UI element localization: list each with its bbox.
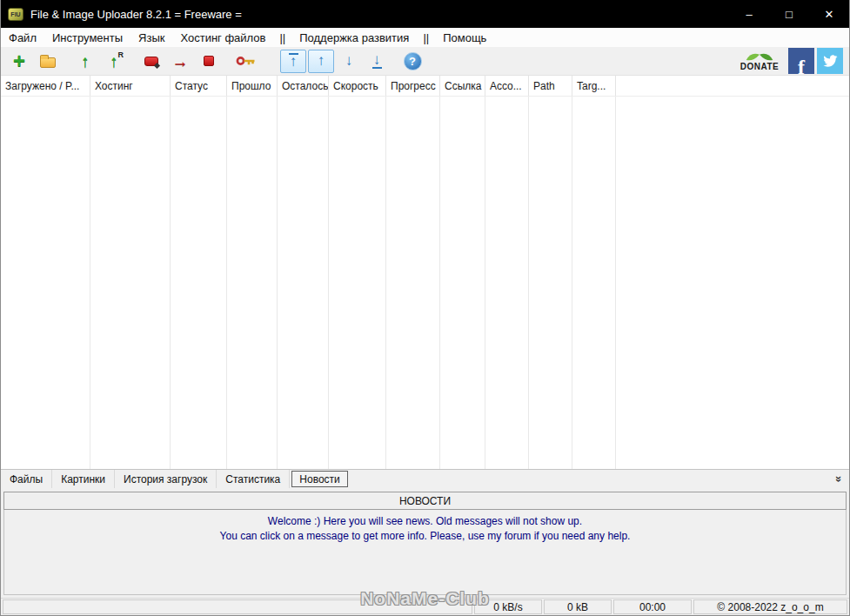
- maximize-button[interactable]: □: [769, 0, 809, 28]
- column-header-status[interactable]: Статус: [171, 76, 227, 96]
- app-window: FIU File & Image Uploader 8.2.1 = Freewa…: [0, 0, 850, 616]
- key-icon: [236, 55, 257, 67]
- status-size: 0 kB: [544, 599, 612, 614]
- watermark: NoNaMe-Club: [360, 588, 490, 609]
- donate-button[interactable]: DONATE: [738, 50, 781, 71]
- menu-file[interactable]: Файл: [1, 28, 44, 47]
- window-controls: – □ ✕: [729, 0, 849, 28]
- red-arrow-icon: →: [172, 53, 189, 70]
- tab-statistics[interactable]: Статистика: [217, 470, 290, 488]
- arrow-to-bottom-icon: ↓: [372, 53, 382, 68]
- arrow-to-top-icon: ↑: [289, 53, 298, 68]
- status-copyright: © 2008-2022 z_o_o_m: [693, 599, 847, 614]
- skip-button[interactable]: →: [168, 50, 192, 73]
- menu-support-development[interactable]: Поддержка развития: [291, 28, 417, 47]
- move-down-button[interactable]: ↓: [336, 50, 362, 73]
- column-header-speed[interactable]: Скорость: [329, 76, 386, 96]
- arrow-down-icon: ↓: [345, 54, 353, 67]
- window-title: File & Image Uploader 8.2.1 = Freeware =: [30, 8, 729, 21]
- leaves-icon: [744, 50, 775, 62]
- tab-news[interactable]: Новости: [291, 471, 347, 487]
- upload-arrow-icon: ↑: [81, 53, 90, 70]
- bottom-tab-strip: Файлы Картинки История загрузок Статисти…: [1, 469, 849, 488]
- column-header-hosting[interactable]: Хостинг: [90, 76, 171, 96]
- add-folder-button[interactable]: [36, 50, 60, 73]
- news-panel: НОВОСТИ Welcome :) Here you will see new…: [1, 488, 849, 598]
- news-message[interactable]: Welcome :) Here you will see news. Old m…: [4, 515, 846, 527]
- upload-list-body[interactable]: [1, 97, 849, 469]
- move-to-top-button[interactable]: ↑: [280, 50, 306, 73]
- column-header-filler: [616, 76, 849, 96]
- menu-file-hosting[interactable]: Хостинг файлов: [172, 28, 273, 47]
- news-message[interactable]: You can click on a message to get more i…: [4, 530, 846, 542]
- start-upload-button[interactable]: ↑: [73, 50, 97, 73]
- twitter-button[interactable]: [817, 48, 843, 74]
- delete-button[interactable]: [139, 50, 164, 73]
- column-header-uploaded-path[interactable]: Загружено / P...: [1, 76, 90, 96]
- column-header-account[interactable]: Acco...: [485, 76, 529, 96]
- toolbar: + ↑ ↑ R →: [1, 47, 849, 76]
- help-button[interactable]: ?: [400, 50, 425, 73]
- column-header-progress[interactable]: Прогресс: [386, 76, 440, 96]
- start-upload-resume-button[interactable]: ↑ R: [102, 50, 126, 73]
- collapse-chevron-icon[interactable]: »: [833, 476, 846, 482]
- move-up-button[interactable]: ↑: [308, 50, 334, 73]
- title-bar: FIU File & Image Uploader 8.2.1 = Freewa…: [1, 0, 849, 28]
- folder-icon: [40, 57, 56, 68]
- stop-button[interactable]: [197, 50, 221, 73]
- column-header-path[interactable]: Path: [529, 76, 572, 96]
- column-header-remaining[interactable]: Осталось: [278, 76, 329, 96]
- accounts-button[interactable]: [234, 50, 258, 73]
- menu-bar: Файл Инструменты Язык Хостинг файлов || …: [1, 28, 849, 47]
- move-to-bottom-button[interactable]: ↓: [364, 50, 390, 73]
- column-header-target[interactable]: Targ...: [572, 76, 616, 96]
- donate-label: DONATE: [740, 63, 779, 71]
- list-header: Загружено / P... Хостинг Статус Прошло О…: [1, 76, 849, 97]
- tab-upload-history[interactable]: История загрузок: [115, 470, 217, 488]
- tab-pictures[interactable]: Картинки: [52, 470, 115, 488]
- tab-files[interactable]: Файлы: [1, 470, 52, 488]
- menu-tools[interactable]: Инструменты: [44, 28, 131, 47]
- delete-icon: [144, 57, 158, 66]
- menu-language[interactable]: Язык: [131, 28, 172, 47]
- upload-arrow-icon: ↑: [110, 53, 118, 70]
- menu-separator: ||: [273, 31, 291, 44]
- facebook-button[interactable]: f: [788, 48, 814, 74]
- plus-icon: +: [13, 50, 25, 71]
- add-files-button[interactable]: +: [7, 50, 31, 73]
- column-header-elapsed[interactable]: Прошло: [227, 76, 278, 96]
- column-header-link[interactable]: Ссылка: [440, 76, 485, 96]
- facebook-icon: f: [798, 56, 805, 74]
- menu-separator: ||: [417, 31, 435, 44]
- menu-help[interactable]: Помощь: [435, 28, 494, 47]
- app-icon: FIU: [8, 8, 23, 21]
- status-time: 00:00: [613, 599, 692, 614]
- twitter-bird-icon: [821, 52, 839, 70]
- news-messages: Welcome :) Here you will see news. Old m…: [3, 510, 847, 595]
- news-panel-header: НОВОСТИ: [3, 492, 847, 510]
- close-button[interactable]: ✕: [809, 0, 849, 28]
- minimize-button[interactable]: –: [729, 0, 769, 28]
- help-icon: ?: [404, 52, 422, 70]
- resume-badge: R: [118, 50, 124, 59]
- arrow-up-icon: ↑: [318, 54, 325, 67]
- stop-icon: [204, 56, 214, 66]
